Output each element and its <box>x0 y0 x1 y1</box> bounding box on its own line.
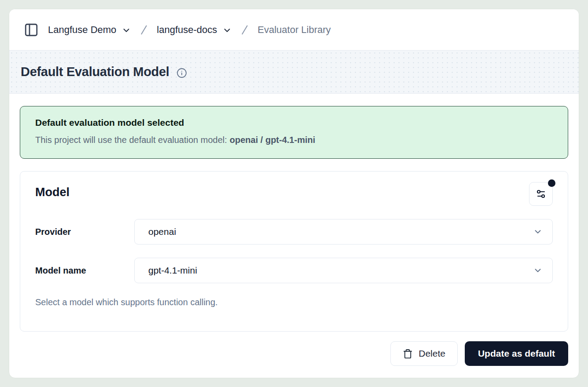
model-name-select[interactable]: gpt-4.1-mini <box>134 258 553 283</box>
slash-icon <box>238 23 251 37</box>
banner-model-value: openai / gpt-4.1-mini <box>230 135 315 145</box>
model-name-label: Model name <box>35 266 134 276</box>
model-card: Model Provider openai Model <box>20 171 568 332</box>
model-card-title: Model <box>35 182 70 199</box>
breadcrumb-project[interactable]: langfuse-docs <box>157 24 232 36</box>
model-name-row: Model name gpt-4.1-mini <box>35 258 553 283</box>
banner-title: Default evaluation model selected <box>35 117 553 128</box>
main-content: Default evaluation model selected This p… <box>9 94 579 366</box>
app-window: Langfuse Demo langfuse-docs Evaluator Li… <box>9 9 579 378</box>
notification-dot-badge <box>548 179 555 187</box>
breadcrumb-current-page: Evaluator Library <box>257 24 331 36</box>
project-name: langfuse-docs <box>157 24 217 36</box>
organization-name: Langfuse Demo <box>48 24 116 36</box>
action-buttons: Delete Update as default <box>20 341 568 366</box>
provider-row: Provider openai <box>35 219 553 245</box>
slash-icon <box>137 23 151 37</box>
trash-icon <box>403 349 413 359</box>
chevron-down-icon <box>222 26 232 35</box>
banner-message: This project will use the default evalua… <box>35 135 553 145</box>
page-title: Default Evaluation Model <box>21 65 169 79</box>
model-card-header: Model <box>35 182 553 206</box>
breadcrumb: Langfuse Demo langfuse-docs Evaluator Li… <box>9 9 579 51</box>
delete-button[interactable]: Delete <box>390 341 458 366</box>
panel-left-icon <box>24 22 39 37</box>
model-helper-text: Select a model which supports function c… <box>35 297 553 307</box>
update-button-label: Update as default <box>478 348 555 359</box>
chevron-down-icon <box>121 26 131 35</box>
model-name-value: gpt-4.1-mini <box>148 265 197 276</box>
chevron-down-icon <box>533 266 543 275</box>
update-as-default-button[interactable]: Update as default <box>465 341 568 366</box>
breadcrumb-organization[interactable]: Langfuse Demo <box>48 24 131 36</box>
default-model-banner: Default evaluation model selected This p… <box>20 106 568 159</box>
advanced-settings-button[interactable] <box>529 182 553 206</box>
sliders-icon <box>536 189 546 199</box>
chevron-down-icon <box>533 227 543 237</box>
banner-message-prefix: This project will use the default evalua… <box>35 135 227 145</box>
sidebar-toggle-button[interactable] <box>22 20 41 40</box>
provider-select[interactable]: openai <box>134 219 553 245</box>
provider-label: Provider <box>35 227 134 237</box>
info-icon[interactable] <box>176 68 187 78</box>
provider-value: openai <box>148 226 176 237</box>
delete-button-label: Delete <box>419 348 445 359</box>
page-header: Default Evaluation Model <box>9 51 579 94</box>
